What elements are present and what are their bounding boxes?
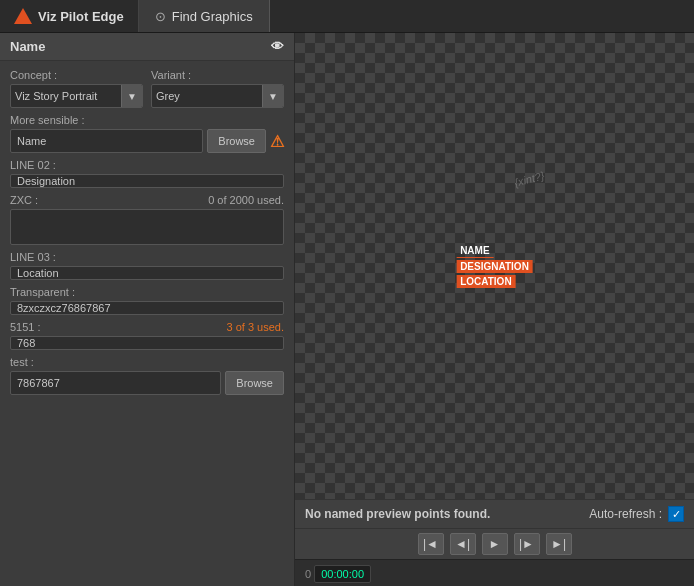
line02-group: LINE 02 : <box>10 159 284 188</box>
5151-counter: 3 of 3 used. <box>227 321 285 333</box>
line03-input[interactable] <box>10 266 284 280</box>
concept-label: Concept : <box>10 69 143 81</box>
zxc-textarea[interactable] <box>10 209 284 245</box>
test-input[interactable] <box>10 371 221 395</box>
preview-name-label: NAME <box>456 244 493 258</box>
preview-location-label: LOCATION <box>456 275 515 288</box>
no-preview-text: No named preview points found. <box>305 507 490 521</box>
right-panel: {xint?} NAME DESIGNATION LOCATION No nam… <box>295 33 694 586</box>
timecode-display: 00:00:00 <box>314 565 371 583</box>
5151-label: 5151 : <box>10 321 41 333</box>
line02-input[interactable] <box>10 174 284 188</box>
preview-area: {xint?} NAME DESIGNATION LOCATION <box>295 33 694 499</box>
tab-label: Find Graphics <box>172 9 253 24</box>
find-icon: ⊙ <box>155 9 166 24</box>
app-title: Viz Pilot Edge <box>0 0 139 32</box>
name-section-header: Name 👁 <box>0 33 294 61</box>
concept-group: Concept : Viz Story Portrait ▼ <box>10 69 143 108</box>
line03-group: LINE 03 : <box>10 251 284 280</box>
transparent-group: Transparent : <box>10 286 284 315</box>
name-label: Name <box>10 39 45 54</box>
concept-variant-row: Concept : Viz Story Portrait ▼ Variant :… <box>10 69 284 108</box>
auto-refresh-label: Auto-refresh : <box>589 507 662 521</box>
main-container: Name 👁 Concept : Viz Story Portrait ▼ Va… <box>0 33 694 586</box>
step-fwd-button[interactable]: |► <box>514 533 540 555</box>
app-name-label: Viz Pilot Edge <box>38 9 124 24</box>
warning-icon: ⚠ <box>270 132 284 151</box>
variant-arrow-icon: ▼ <box>262 85 283 107</box>
zxc-header-row: ZXC : 0 of 2000 used. <box>10 194 284 206</box>
preview-designation-label: DESIGNATION <box>456 260 533 273</box>
title-bar: Viz Pilot Edge ⊙ Find Graphics <box>0 0 694 33</box>
auto-refresh-checkbox[interactable]: ✓ <box>668 506 684 522</box>
test-browse-button[interactable]: Browse <box>225 371 284 395</box>
form-content: Concept : Viz Story Portrait ▼ Variant :… <box>0 61 294 403</box>
zxc-group: ZXC : 0 of 2000 used. <box>10 194 284 245</box>
more-sensible-input[interactable] <box>10 129 203 153</box>
visibility-icon[interactable]: 👁 <box>271 39 284 54</box>
5151-input[interactable] <box>10 336 284 350</box>
logo-icon <box>14 8 32 24</box>
test-label: test : <box>10 356 284 368</box>
test-group: test : Browse <box>10 356 284 395</box>
preview-content: NAME DESIGNATION LOCATION <box>456 244 533 288</box>
go-start-button[interactable]: |◄ <box>418 533 444 555</box>
preview-controls-bar: No named preview points found. Auto-refr… <box>295 499 694 528</box>
step-back-button[interactable]: ◄| <box>450 533 476 555</box>
5151-group: 5151 : 3 of 3 used. <box>10 321 284 350</box>
line02-label: LINE 02 : <box>10 159 284 171</box>
concept-select[interactable]: Viz Story Portrait <box>11 90 121 102</box>
timeline-bar: 0 00:00:00 <box>295 559 694 586</box>
transport-bar: |◄ ◄| ► |► ►| <box>295 528 694 559</box>
transparent-label: Transparent : <box>10 286 284 298</box>
play-button[interactable]: ► <box>482 533 508 555</box>
concept-arrow-icon: ▼ <box>121 85 142 107</box>
line03-label: LINE 03 : <box>10 251 284 263</box>
more-sensible-browse-button[interactable]: Browse <box>207 129 266 153</box>
zxc-label: ZXC : <box>10 194 38 206</box>
timeline-position: 0 <box>305 568 311 580</box>
variant-label: Variant : <box>151 69 284 81</box>
test-row: Browse <box>10 371 284 395</box>
left-panel: Name 👁 Concept : Viz Story Portrait ▼ Va… <box>0 33 295 586</box>
zxc-counter: 0 of 2000 used. <box>208 194 284 206</box>
more-sensible-label: More sensible : <box>10 114 284 126</box>
go-end-button[interactable]: ►| <box>546 533 572 555</box>
5151-header-row: 5151 : 3 of 3 used. <box>10 321 284 333</box>
variant-select[interactable]: Grey <box>152 90 262 102</box>
variant-group: Variant : Grey ▼ <box>151 69 284 108</box>
find-graphics-tab[interactable]: ⊙ Find Graphics <box>139 0 270 32</box>
more-sensible-group: More sensible : Browse ⚠ <box>10 114 284 153</box>
transparent-input[interactable] <box>10 301 284 315</box>
auto-refresh-row: Auto-refresh : ✓ <box>589 506 684 522</box>
more-sensible-row: Browse ⚠ <box>10 129 284 153</box>
concept-select-wrapper[interactable]: Viz Story Portrait ▼ <box>10 84 143 108</box>
variant-select-wrapper[interactable]: Grey ▼ <box>151 84 284 108</box>
